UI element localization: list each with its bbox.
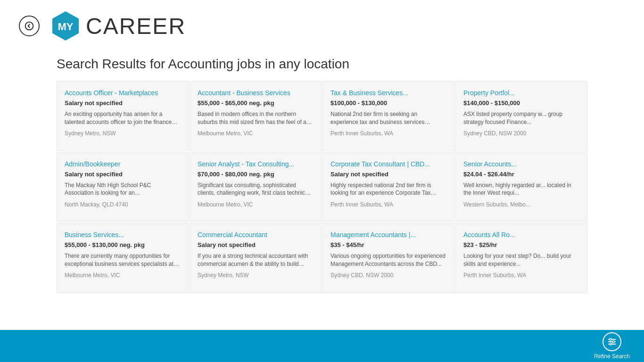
refine-search-label: Refine Search xyxy=(594,353,630,360)
job-title: Commercial Accountant xyxy=(198,231,314,239)
job-title: Accounts All Ro... xyxy=(463,231,579,239)
job-card[interactable]: Business Services... $55,000 - $130,000 … xyxy=(57,223,189,293)
job-location: Western Suburbs, Melbo... xyxy=(463,201,579,208)
job-card[interactable]: Admin/Bookkeeper Salary not specified Th… xyxy=(57,152,189,222)
job-description: ASX listed property company w... group s… xyxy=(463,110,579,126)
job-card[interactable]: Property Portfol... $140,000 - $150,000 … xyxy=(455,81,587,151)
job-location: Perth Inner Suburbs, WA xyxy=(330,130,446,137)
job-salary: $70,000 - $80,000 neg. pkg xyxy=(198,171,314,178)
job-description: National 2nd tier firm is seeking an exp… xyxy=(330,110,446,126)
header: MY CAREER xyxy=(0,0,644,52)
job-salary: $35 - $45/hr xyxy=(330,241,446,248)
svg-text:MY: MY xyxy=(58,21,74,33)
job-salary: $55,000 - $130,000 neg. pkg xyxy=(65,241,181,248)
job-title: Senior Accounts... xyxy=(463,160,579,168)
job-description: Based in modern offices in the northern … xyxy=(198,110,314,126)
job-description: Looking for your next step? Do... build … xyxy=(463,252,579,268)
job-description: Well known, highly regarded ar... locate… xyxy=(463,181,579,197)
job-description: An exciting opportunity has arisen for a… xyxy=(65,110,181,126)
refine-search-button[interactable]: Refine Search xyxy=(594,332,630,360)
back-button[interactable] xyxy=(19,16,40,36)
logo: MY CAREER xyxy=(49,9,186,42)
job-card[interactable]: Management Accountants |... $35 - $45/hr… xyxy=(322,223,454,293)
svg-point-7 xyxy=(612,341,614,343)
job-location: Perth Inner Suburbs, WA xyxy=(330,201,446,208)
job-location: North Mackay, QLD 4740 xyxy=(65,201,181,208)
job-salary: $23 - $25/hr xyxy=(463,241,579,248)
job-description: Significant tax consulting, sophisticate… xyxy=(198,181,314,197)
job-location: Sydney CBD, NSW 2000 xyxy=(463,130,579,137)
job-salary: $140,000 - $150,000 xyxy=(463,99,579,107)
job-location: Melbourne Metro, VIC xyxy=(198,130,314,137)
job-description: There are currently many opportunities f… xyxy=(65,252,181,268)
job-location: Melbourne Metro, VIC xyxy=(198,201,314,208)
job-card[interactable]: Accounts Officer - Marketplaces Salary n… xyxy=(57,81,189,151)
job-location: Melbourne Metro, VIC xyxy=(65,272,181,279)
refine-icon xyxy=(603,332,621,351)
job-location: Sydney Metro, NSW xyxy=(65,130,181,137)
job-card[interactable]: Accountant - Business Services $55,000 -… xyxy=(190,81,322,151)
job-location: Perth Inner Suburbs, WA xyxy=(463,272,579,279)
job-title: Business Services... xyxy=(65,231,181,239)
job-description: If you are a strong technical accountant… xyxy=(198,252,314,268)
job-title: Property Portfol... xyxy=(463,89,579,97)
svg-point-0 xyxy=(25,22,33,30)
job-description: The Mackay Nth High School P&C Associati… xyxy=(65,181,181,197)
job-salary: $24.04 - $26.44/hr xyxy=(463,171,579,178)
job-card[interactable]: Senior Analyst - Tax Consulting... $70,0… xyxy=(190,152,322,222)
search-title: Search Results for Accounting jobs in an… xyxy=(0,52,644,81)
job-card[interactable]: Commercial Accountant Salary not specifi… xyxy=(190,223,322,293)
job-description: Highly respected national 2nd tier firm … xyxy=(330,181,446,197)
logo-career-text: CAREER xyxy=(86,13,186,39)
job-salary: Salary not specified xyxy=(198,241,314,248)
footer-bar: Refine Search xyxy=(0,330,644,362)
job-title: Accounts Officer - Marketplaces xyxy=(65,89,181,97)
job-location: Sydney CBD, NSW 2000 xyxy=(330,272,446,279)
svg-point-8 xyxy=(610,343,612,345)
job-salary: $55,000 - $65,000 neg. pkg xyxy=(198,99,314,107)
job-title: Admin/Bookkeeper xyxy=(65,160,181,168)
logo-hex-icon: MY xyxy=(49,9,82,42)
job-salary: Salary not specified xyxy=(65,171,181,178)
job-grid: Accounts Officer - Marketplaces Salary n… xyxy=(0,81,644,293)
job-card[interactable]: Corporate Tax Consultant | CBD... Salary… xyxy=(322,152,454,222)
job-title: Management Accountants |... xyxy=(330,231,446,239)
job-location: Sydney Metro, NSW xyxy=(198,272,314,279)
svg-point-6 xyxy=(610,338,611,340)
job-salary: $100,000 - $130,000 xyxy=(330,99,446,107)
job-title: Senior Analyst - Tax Consulting... xyxy=(198,160,314,168)
job-salary: Salary not specified xyxy=(65,99,181,107)
job-title: Tax & Business Services... xyxy=(330,89,446,97)
job-title: Corporate Tax Consultant | CBD... xyxy=(330,160,446,168)
job-card[interactable]: Senior Accounts... $24.04 - $26.44/hr We… xyxy=(455,152,587,222)
job-card[interactable]: Tax & Business Services... $100,000 - $1… xyxy=(322,81,454,151)
job-card[interactable]: Accounts All Ro... $23 - $25/hr Looking … xyxy=(455,223,587,293)
job-title: Accountant - Business Services xyxy=(198,89,314,97)
job-salary: Salary not specified xyxy=(330,171,446,178)
job-description: Various ongoing opportunities for experi… xyxy=(330,252,446,268)
